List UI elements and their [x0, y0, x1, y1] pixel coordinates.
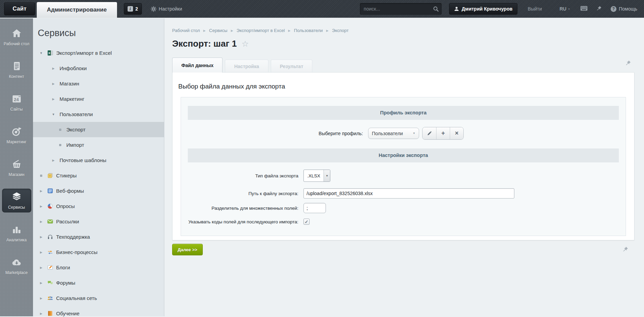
sidebar-item-экспорт[interactable]: Экспорт: [33, 122, 164, 137]
export-path-row: Путь к файлу экспорта:: [188, 188, 619, 199]
rail-item-аналитика[interactable]: Аналитика: [2, 221, 31, 245]
sidebar-item-label: Форумы: [56, 280, 75, 286]
rail-item-магазин[interactable]: Магазин: [2, 156, 31, 180]
file-type-value: .XLSX: [304, 170, 324, 181]
breadcrumb-separator-icon: ▶: [326, 29, 329, 32]
edit-profile-button[interactable]: [423, 127, 436, 139]
sidebar-item-опросы[interactable]: ▶Опросы: [33, 199, 164, 214]
breadcrumb-link[interactable]: Пользователи: [294, 28, 323, 33]
tab-результат[interactable]: Результат: [271, 60, 313, 73]
help-button[interactable]: ? Помощь: [611, 6, 637, 12]
profile-select[interactable]: Пользователи ▼: [368, 128, 419, 139]
tab-файл-данных[interactable]: Файл данных: [172, 58, 222, 73]
actions-row: Далее >>: [172, 244, 634, 255]
tree-collapsed-icon[interactable]: ▶: [38, 266, 44, 269]
user-icon: [454, 6, 459, 11]
language-label: RU: [560, 6, 566, 12]
sidebar-item-техподдержка[interactable]: ▶Техподдержка: [33, 229, 164, 244]
tree-collapsed-icon[interactable]: ▶: [38, 297, 44, 300]
sidebar-item-label: Экспорт/импорт в Excel: [56, 50, 112, 56]
breadcrumb-link[interactable]: Экспорт: [332, 28, 349, 33]
field-codes-row: Указывать коды полей для последующего им…: [188, 219, 619, 225]
tree-collapsed-icon[interactable]: ▶: [51, 67, 56, 70]
rail-item-label: Контент: [9, 75, 24, 79]
sidebar-item-обучение[interactable]: ▶Обучение: [33, 306, 164, 316]
rail-item-контент[interactable]: Контент: [2, 58, 31, 82]
keyboard-icon[interactable]: [580, 6, 588, 12]
sidebar-item-label: Экспорт: [66, 127, 85, 132]
home-icon: [11, 28, 22, 40]
rail-item-сервисы[interactable]: Сервисы: [2, 189, 31, 212]
delete-profile-button[interactable]: ×: [450, 127, 463, 139]
sidebar-item-экспорт-импорт-в-excel[interactable]: ▼XЭкспорт/импорт в Excel: [33, 45, 164, 61]
pin-icon[interactable]: [596, 5, 602, 12]
field-codes-checkbox[interactable]: ✓: [303, 219, 310, 225]
chevron-down-icon: ▼: [413, 132, 415, 135]
logout-link[interactable]: Выйти: [528, 6, 542, 12]
rail-item-маркетинг[interactable]: Маркетинг: [2, 123, 31, 147]
rail-item-рабочий-стол[interactable]: Рабочий стол: [2, 25, 31, 49]
user-menu-button[interactable]: Дмитрий Кривочуров: [449, 3, 517, 15]
rail-item-marketplace[interactable]: Marketplace: [2, 254, 31, 278]
tree-collapsed-icon[interactable]: ▶: [51, 97, 56, 101]
tree-collapsed-icon[interactable]: ▶: [38, 312, 44, 315]
site-tab[interactable]: Сайт: [4, 2, 35, 15]
sidebar-item-магазин[interactable]: ▶Магазин: [33, 76, 164, 91]
chevron-down-icon: ▼: [324, 170, 330, 181]
sidebar-item-блоги[interactable]: ▶Блоги: [33, 260, 164, 275]
search-input[interactable]: [360, 3, 441, 14]
pin-icon[interactable]: [623, 246, 628, 253]
tree-expanded-icon[interactable]: ▼: [38, 51, 44, 55]
tree-collapsed-icon[interactable]: ▶: [38, 220, 44, 223]
language-selector[interactable]: RU▼: [560, 6, 570, 12]
tree-collapsed-icon[interactable]: ▶: [38, 251, 44, 254]
sidebar-item-веб-формы[interactable]: ▶Веб-формы: [33, 183, 164, 199]
sidebar-item-бизнес-процессы[interactable]: ▶Бизнес-процессы: [33, 244, 164, 260]
search-box: [360, 3, 442, 15]
settings-button[interactable]: Настройки: [151, 6, 182, 12]
main-content: Рабочий стол▶Сервисы▶Экспорт/импорт в Ex…: [164, 18, 644, 316]
tree-collapsed-icon[interactable]: ▶: [38, 189, 44, 193]
sidebar-item-форумы[interactable]: ▶Форумы: [33, 275, 164, 290]
sidebar-item-рассылки[interactable]: ▶Рассылки: [33, 214, 164, 229]
tree-collapsed-icon[interactable]: ▶: [38, 235, 44, 239]
sidebar-item-почтовые-шаблоны[interactable]: ▶Почтовые шаблоны: [33, 153, 164, 168]
sidebar-item-социальная-сеть[interactable]: ▶Социальная сеть: [33, 290, 164, 306]
tree-expanded-icon[interactable]: ▼: [51, 113, 56, 116]
add-profile-button[interactable]: +: [436, 127, 450, 139]
sidebar-item-label: Обучение: [56, 311, 80, 316]
search-icon[interactable]: [433, 6, 439, 12]
breadcrumb-link[interactable]: Экспорт/импорт в Excel: [236, 28, 285, 33]
breadcrumb-link[interactable]: Сервисы: [209, 28, 228, 33]
tree-bullet-icon: [40, 175, 42, 177]
file-type-select[interactable]: .XLSX ▼: [303, 170, 330, 182]
separator-input[interactable]: [303, 203, 326, 213]
tree-collapsed-icon[interactable]: ▶: [38, 205, 44, 208]
forums-icon: [47, 280, 53, 286]
rail-item-сайты[interactable]: 24Сайты: [2, 91, 31, 114]
tree-collapsed-icon[interactable]: ▶: [51, 82, 56, 85]
sidebar-item-стикеры[interactable]: Стикеры: [33, 168, 164, 183]
admin-tab[interactable]: Администрирование: [37, 2, 117, 18]
pin-icon[interactable]: [625, 60, 631, 67]
notifications-badge[interactable]: i 2: [124, 3, 142, 15]
settings-label: Настройки: [159, 6, 182, 12]
tree-collapsed-icon[interactable]: ▶: [38, 281, 44, 285]
sidebar-item-пользователи[interactable]: ▼Пользователи: [33, 107, 164, 122]
sidebar-item-импорт[interactable]: Импорт: [33, 137, 164, 153]
tab-content-panel: Выбор файла данных для экспорта Профиль …: [172, 72, 634, 240]
help-label: Помощь: [619, 6, 637, 12]
field-codes-label: Указывать коды полей для последующего им…: [188, 219, 303, 224]
favorite-star-icon[interactable]: ☆: [242, 41, 249, 47]
breadcrumb-link[interactable]: Рабочий стол: [172, 28, 200, 33]
export-path-input[interactable]: [303, 188, 514, 199]
marketing-icon: [11, 126, 22, 138]
sites-icon: 24: [11, 93, 22, 106]
next-button[interactable]: Далее >>: [172, 244, 203, 255]
tab-настройка[interactable]: Настройка: [225, 60, 268, 73]
separator-row: Разделитель для множественных полей:: [188, 203, 619, 213]
sidebar-item-маркетинг[interactable]: ▶Маркетинг: [33, 91, 164, 107]
sidebar-item-инфоблоки[interactable]: ▶Инфоблоки: [33, 61, 164, 76]
svg-text:24: 24: [14, 97, 19, 102]
tree-collapsed-icon[interactable]: ▶: [51, 159, 56, 162]
